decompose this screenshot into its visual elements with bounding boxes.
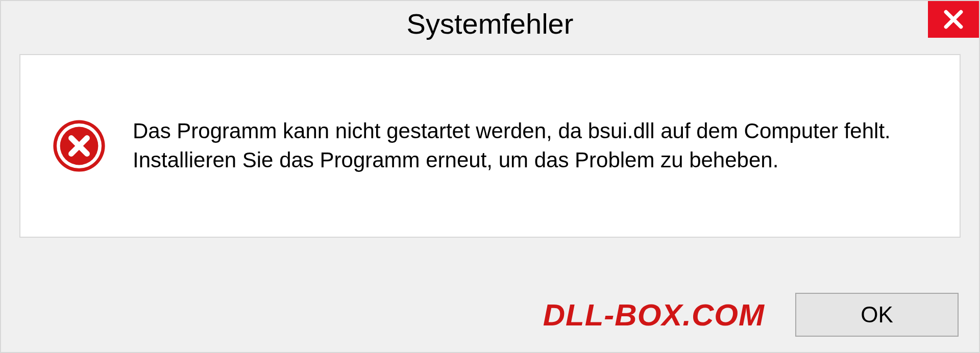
close-button[interactable]	[928, 1, 979, 38]
dialog-footer: DLL-BOX.COM OK	[1, 293, 979, 337]
dialog-title: Systemfehler	[407, 7, 574, 40]
error-dialog: Systemfehler Das Programm kann nicht ges…	[0, 0, 980, 353]
ok-button[interactable]: OK	[795, 293, 959, 337]
watermark-text: DLL-BOX.COM	[543, 297, 765, 333]
error-message: Das Programm kann nicht gestartet werden…	[133, 117, 929, 174]
content-panel: Das Programm kann nicht gestartet werden…	[19, 54, 961, 238]
titlebar: Systemfehler	[1, 1, 979, 47]
error-icon	[51, 118, 107, 174]
close-icon	[942, 8, 965, 31]
